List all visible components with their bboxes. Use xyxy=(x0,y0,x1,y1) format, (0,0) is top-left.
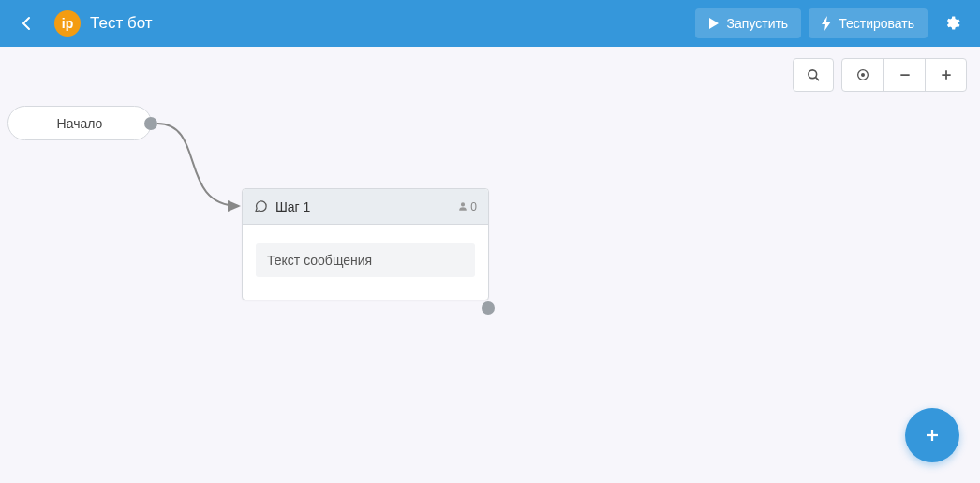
play-icon xyxy=(708,17,720,30)
minus-icon xyxy=(898,68,912,81)
user-count-value: 0 xyxy=(470,200,477,213)
step-node[interactable]: Шаг 1 0 Текст сообщения xyxy=(242,188,489,300)
plus-icon xyxy=(940,68,953,81)
start-node-output-port[interactable] xyxy=(144,117,157,130)
step-node-user-count: 0 xyxy=(458,200,477,213)
logo-text: ip xyxy=(62,16,73,31)
zoom-fit-button[interactable] xyxy=(842,59,883,91)
app-logo: ip xyxy=(54,10,81,37)
step-node-title: Шаг 1 xyxy=(275,199,451,214)
zoom-out-button[interactable] xyxy=(883,59,925,91)
step-node-header: Шаг 1 0 xyxy=(243,189,488,225)
test-button[interactable]: Тестировать xyxy=(809,8,928,38)
start-node-label: Начало xyxy=(57,116,103,131)
zoom-group xyxy=(841,58,967,92)
settings-button[interactable] xyxy=(937,8,967,38)
page-title: Тест бот xyxy=(90,14,153,33)
plus-icon xyxy=(924,427,941,444)
message-text: Текст сообщения xyxy=(267,253,372,268)
gear-icon xyxy=(943,15,960,32)
message-content-row[interactable]: Текст сообщения xyxy=(256,243,475,277)
zoom-toolbar xyxy=(793,58,967,92)
search-icon xyxy=(807,68,821,82)
search-button[interactable] xyxy=(793,58,834,92)
launch-label: Запустить xyxy=(727,16,789,31)
user-icon xyxy=(458,201,468,212)
app-header: ip Тест бот Запустить Тестировать xyxy=(0,0,980,47)
svg-point-3 xyxy=(862,74,865,77)
svg-point-0 xyxy=(808,69,816,78)
zoom-in-button[interactable] xyxy=(925,59,966,91)
chevron-left-icon xyxy=(22,16,31,31)
step-node-body: Текст сообщения xyxy=(243,225,488,300)
add-node-fab[interactable] xyxy=(905,408,959,462)
flow-canvas[interactable]: Начало Шаг 1 0 Текст сообщения xyxy=(0,47,980,483)
target-icon xyxy=(855,67,870,82)
bolt-icon xyxy=(822,16,831,31)
start-node[interactable]: Начало xyxy=(7,106,152,140)
launch-button[interactable]: Запустить xyxy=(695,8,802,38)
step-node-output-port[interactable] xyxy=(482,301,495,315)
back-button[interactable] xyxy=(13,10,39,37)
chat-icon xyxy=(254,199,268,213)
test-label: Тестировать xyxy=(839,16,914,31)
svg-line-1 xyxy=(815,77,819,80)
